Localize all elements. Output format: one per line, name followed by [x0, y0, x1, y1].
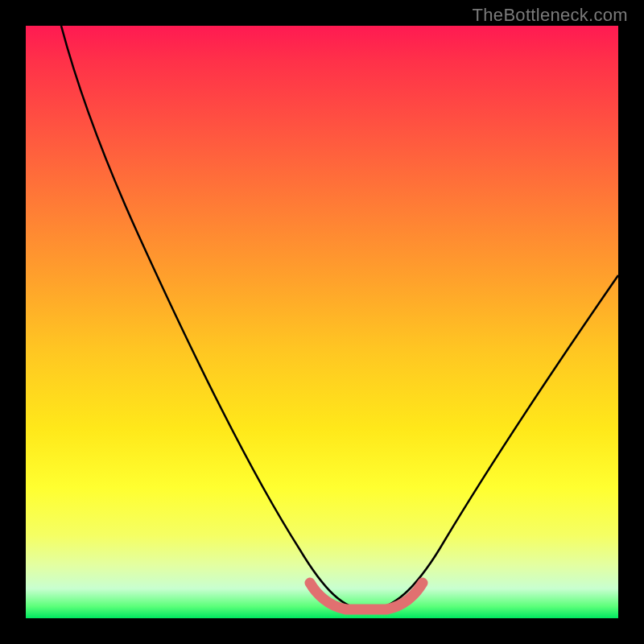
chart-frame: TheBottleneck.com [0, 0, 644, 644]
curve-layer [26, 26, 618, 618]
watermark-text: TheBottleneck.com [473, 5, 628, 26]
plot-area [26, 26, 618, 618]
bottleneck-curve [61, 26, 618, 610]
